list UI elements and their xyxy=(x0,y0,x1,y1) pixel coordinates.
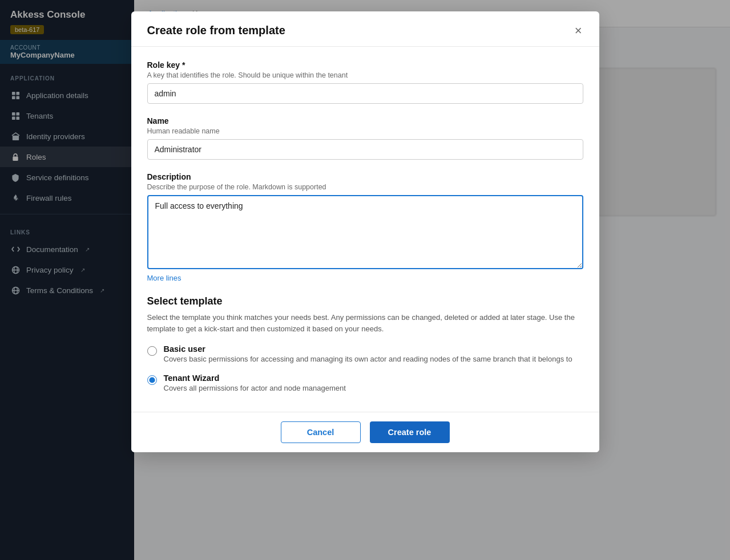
role-key-group: Role key * A key that identifies the rol… xyxy=(147,60,583,104)
modal-body: Role key * A key that identifies the rol… xyxy=(131,47,599,412)
description-hint: Describe the purpose of the role. Markdo… xyxy=(147,183,583,191)
description-input[interactable]: Full access to everything xyxy=(147,195,583,269)
select-template-section: Select template Select the template you … xyxy=(147,295,583,392)
template-name-basic-user: Basic user xyxy=(164,344,572,354)
template-radio-tenant-wizard[interactable] xyxy=(147,375,157,385)
modal-overlay: Create role from template × Role key * A… xyxy=(0,0,730,560)
template-desc-tenant-wizard: Covers all permissions for actor and nod… xyxy=(164,384,346,392)
modal-close-button[interactable]: × xyxy=(574,25,583,37)
role-key-hint: A key that identifies the role. Should b… xyxy=(147,71,583,79)
name-label: Name xyxy=(147,116,583,125)
select-template-hint: Select the template you think matches yo… xyxy=(147,312,583,334)
modal-header: Create role from template × xyxy=(131,11,599,47)
more-lines-link[interactable]: More lines xyxy=(147,274,182,282)
description-group: Description Describe the purpose of the … xyxy=(147,172,583,283)
template-radio-basic-user[interactable] xyxy=(147,346,157,356)
role-key-input[interactable] xyxy=(147,83,583,104)
create-role-modal: Create role from template × Role key * A… xyxy=(131,11,599,452)
create-role-button[interactable]: Create role xyxy=(370,421,450,443)
modal-title: Create role from template xyxy=(147,24,285,37)
template-desc-basic-user: Covers basic permissions for accessing a… xyxy=(164,355,572,363)
description-label: Description xyxy=(147,172,583,181)
role-key-label: Role key * xyxy=(147,60,583,70)
name-group: Name Human readable name xyxy=(147,116,583,160)
name-input[interactable] xyxy=(147,139,583,160)
template-option-basic-user: Basic user Covers basic permissions for … xyxy=(147,344,583,363)
select-template-title: Select template xyxy=(147,295,583,307)
name-hint: Human readable name xyxy=(147,127,583,135)
cancel-button[interactable]: Cancel xyxy=(281,421,361,443)
modal-footer: Cancel Create role xyxy=(131,412,599,452)
template-name-tenant-wizard: Tenant Wizard xyxy=(164,374,346,383)
template-option-tenant-wizard: Tenant Wizard Covers all permissions for… xyxy=(147,374,583,392)
